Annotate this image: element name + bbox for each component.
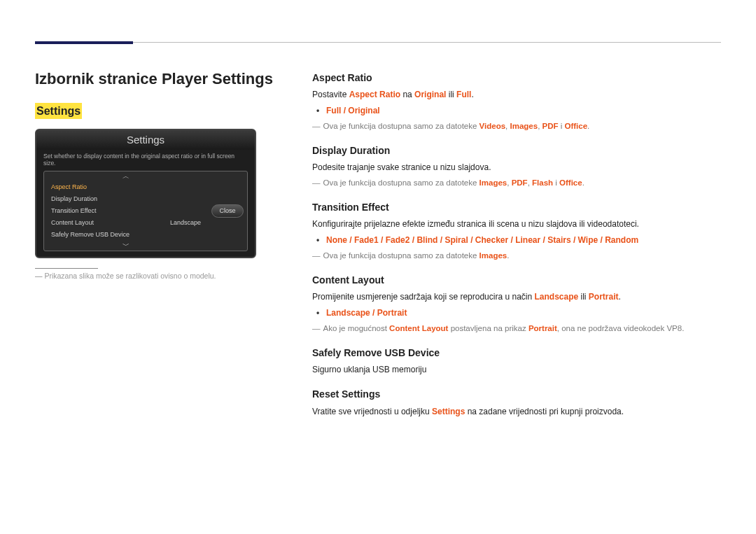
- options-layout: Landscape / Portrait: [326, 307, 721, 319]
- heading-aspect-ratio: Aspect Ratio: [312, 71, 721, 85]
- para-usb: Sigurno uklanja USB memoriju: [312, 364, 721, 376]
- image-caption: ― Prikazana slika može se razlikovati ov…: [35, 271, 273, 281]
- panel-row-usb: Safely Remove USB Device: [44, 229, 208, 241]
- heading-content-layout: Content Layout: [312, 273, 721, 287]
- options-transition: None / Fade1 / Fade2 / Blind / Spiral / …: [326, 234, 721, 246]
- close-button: Close: [211, 204, 243, 218]
- para-duration: Podesite trajanje svake stranice u nizu …: [312, 162, 721, 174]
- panel-description: Set whether to display content in the or…: [36, 150, 255, 171]
- para-aspect: Postavite Aspect Ratio na Original ili F…: [312, 89, 721, 101]
- settings-highlight: Settings: [35, 103, 82, 119]
- note-aspect: ―Ova je funkcija dostupna samo za datote…: [312, 120, 721, 132]
- header-rule: [35, 42, 721, 43]
- note-duration: ―Ova je funkcija dostupna samo za datote…: [312, 177, 721, 189]
- note-layout: ―Ako je mogućnost Content Layout postavl…: [312, 323, 721, 335]
- page-title: Izbornik stranice Player Settings: [35, 68, 273, 90]
- para-reset: Vratite sve vrijednosti u odjeljku Setti…: [312, 406, 721, 418]
- panel-title: Settings: [36, 130, 255, 150]
- chevron-down-icon: ﹀: [44, 241, 208, 251]
- caption-rule: [35, 268, 98, 269]
- heading-display-duration: Display Duration: [312, 143, 721, 157]
- heading-transition-effect: Transition Effect: [312, 200, 721, 214]
- panel-row-aspect: Aspect Ratio: [44, 181, 208, 193]
- panel-row-duration: Display Duration: [44, 193, 208, 205]
- panel-row-transition: Transition Effect: [44, 205, 208, 217]
- chevron-up-icon: ︿: [44, 171, 208, 181]
- para-layout: Promijenite usmjerenje sadržaja koji se …: [312, 291, 721, 303]
- para-transition: Konfigurirajte prijelazne efekte između …: [312, 218, 721, 230]
- settings-panel-screenshot: Settings Set whether to display content …: [35, 129, 256, 258]
- panel-row-layout: Content LayoutLandscape: [44, 217, 208, 229]
- options-aspect: Full / Original: [326, 105, 721, 117]
- heading-reset-settings: Reset Settings: [312, 387, 721, 401]
- heading-safely-remove-usb: Safely Remove USB Device: [312, 346, 721, 360]
- note-transition: ―Ova je funkcija dostupna samo za datote…: [312, 250, 721, 262]
